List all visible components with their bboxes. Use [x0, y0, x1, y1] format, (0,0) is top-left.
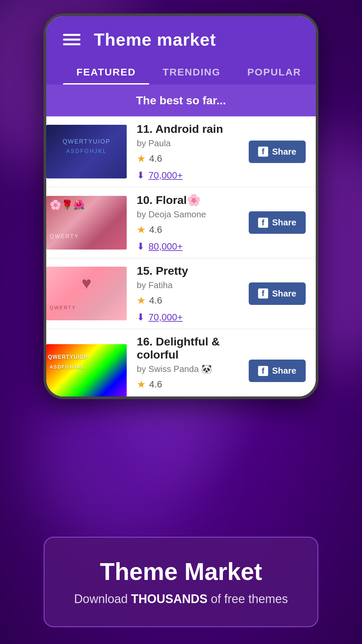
theme-downloads-1: ⬇ 70,000+ [137, 170, 242, 181]
tabs: FEATURED TRENDING POPULAR RECENT [63, 60, 299, 85]
facebook-icon: f [258, 366, 268, 376]
rating-value-4: 4.6 [149, 379, 162, 390]
share-label: Share [272, 147, 296, 157]
star-icon: ★ [137, 224, 146, 235]
bottom-card-title: Theme Market [71, 558, 291, 585]
download-icon-3: ⬇ [137, 312, 144, 323]
theme-info-1: 11. Android rain by Paula ★ 4.6 ⬇ 70,000… [137, 122, 242, 181]
share-button-4[interactable]: f Share [249, 360, 306, 382]
bottom-card: Theme Market Download THOUSANDS of free … [44, 537, 318, 627]
app-title: Theme market [94, 30, 216, 50]
thumb-pretty [46, 267, 127, 320]
share-button-2[interactable]: f Share [249, 211, 306, 234]
share-label: Share [272, 288, 296, 299]
hamburger-icon[interactable] [63, 34, 80, 45]
theme-downloads-4: ⬇ 60,000+ [137, 395, 242, 399]
thumb-android-rain [46, 125, 127, 178]
facebook-icon: f [258, 288, 268, 299]
bg-blob-3 [34, 376, 201, 543]
rating-value-2: 4.6 [149, 224, 162, 235]
theme-author-3: by Fatiha [137, 280, 242, 290]
tab-featured[interactable]: FEATURED [63, 60, 149, 85]
download-icon-4: ⬇ [137, 395, 144, 399]
theme-author-4: by Swiss Panda 🐼 [137, 364, 242, 374]
list-item[interactable]: 11. Android rain by Paula ★ 4.6 ⬇ 70,000… [46, 116, 316, 187]
download-count-2: 80,000+ [148, 241, 183, 252]
tab-trending[interactable]: TRENDING [149, 60, 234, 85]
download-count-4: 60,000+ [148, 396, 183, 399]
featured-banner: The best so far... [46, 85, 316, 116]
theme-info-3: 15. Pretty by Fatiha ★ 4.6 ⬇ 70,000+ [137, 264, 242, 323]
theme-rating-2: ★ 4.6 [137, 224, 242, 235]
theme-info-2: 10. Floral🌸 by Deoja Samone ★ 4.6 ⬇ 80,0… [137, 193, 242, 252]
theme-thumbnail-1 [46, 125, 127, 178]
list-item[interactable]: 10. Floral🌸 by Deoja Samone ★ 4.6 ⬇ 80,0… [46, 187, 316, 258]
tab-popular[interactable]: POPULAR [234, 60, 315, 85]
theme-author-1: by Paula [137, 138, 242, 149]
theme-info-4: 16. Delightful & colorful by Swiss Panda… [137, 335, 242, 399]
theme-list: 11. Android rain by Paula ★ 4.6 ⬇ 70,000… [46, 116, 316, 399]
theme-downloads-2: ⬇ 80,000+ [137, 241, 242, 252]
theme-rating-4: ★ 4.6 [137, 378, 242, 390]
theme-rating-1: ★ 4.6 [137, 153, 242, 164]
download-icon-2: ⬇ [137, 241, 144, 252]
star-icon: ★ [137, 294, 146, 306]
download-count-3: 70,000+ [148, 312, 183, 323]
theme-name-3: 15. Pretty [137, 264, 242, 277]
bottom-card-subtitle: Download THOUSANDS of free themes [71, 592, 291, 606]
share-button-1[interactable]: f Share [249, 141, 306, 163]
thumb-colorful [46, 344, 127, 398]
header-top: Theme market [63, 30, 299, 50]
share-button-3[interactable]: f Share [249, 282, 306, 305]
rating-value-3: 4.6 [149, 295, 162, 306]
list-item[interactable]: 15. Pretty by Fatiha ★ 4.6 ⬇ 70,000+ f S… [46, 258, 316, 329]
theme-name-2: 10. Floral🌸 [137, 193, 242, 207]
tab-recent[interactable]: RECENT [314, 60, 318, 85]
app-header: Theme market FEATURED TRENDING POPULAR R… [46, 16, 316, 85]
share-label: Share [272, 217, 296, 228]
theme-author-2: by Deoja Samone [137, 209, 242, 220]
theme-downloads-3: ⬇ 70,000+ [137, 312, 242, 323]
theme-rating-3: ★ 4.6 [137, 294, 242, 306]
share-label: Share [272, 366, 296, 376]
theme-name-1: 11. Android rain [137, 122, 242, 136]
facebook-icon: f [258, 147, 268, 157]
theme-name-4: 16. Delightful & colorful [137, 335, 242, 361]
theme-thumbnail-3 [46, 267, 127, 320]
star-icon: ★ [137, 378, 146, 390]
thumb-floral [46, 196, 127, 250]
rating-value-1: 4.6 [149, 153, 162, 164]
theme-thumbnail-4 [46, 344, 127, 398]
star-icon: ★ [137, 153, 146, 164]
download-icon-1: ⬇ [137, 170, 144, 181]
theme-thumbnail-2 [46, 196, 127, 250]
featured-banner-text: The best so far... [136, 94, 226, 107]
facebook-icon: f [258, 218, 268, 228]
phone-frame: Theme market FEATURED TRENDING POPULAR R… [44, 13, 318, 399]
download-count-1: 70,000+ [148, 170, 183, 181]
list-item[interactable]: 16. Delightful & colorful by Swiss Panda… [46, 329, 316, 399]
